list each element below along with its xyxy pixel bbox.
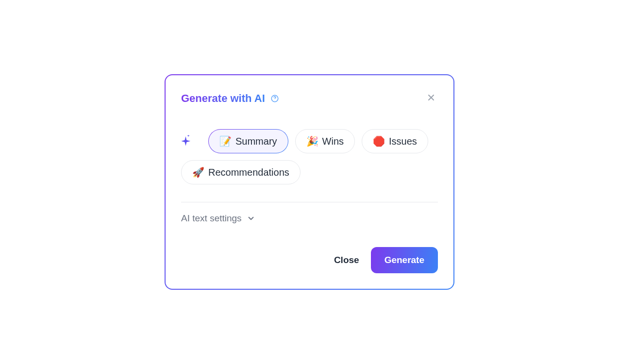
- sparkle-icon: [181, 134, 195, 148]
- chip-recommendations[interactable]: 🚀 Recommendations: [181, 160, 301, 184]
- generation-type-chips: 📝 Summary 🎉 Wins 🛑 Issues 🚀 Recommendati…: [181, 129, 438, 184]
- modal-header: Generate with AI: [181, 91, 438, 106]
- modal-title: Generate with AI: [181, 92, 265, 105]
- svg-point-1: [274, 99, 275, 100]
- modal-footer: Close Generate: [181, 247, 438, 273]
- chip-issues[interactable]: 🛑 Issues: [362, 129, 428, 153]
- stop-sign-icon: 🛑: [373, 136, 385, 146]
- chip-summary[interactable]: 📝 Summary: [208, 129, 288, 153]
- chip-label: Wins: [322, 136, 344, 146]
- generate-ai-modal: Generate with AI: [165, 74, 454, 290]
- close-button[interactable]: Close: [334, 255, 359, 265]
- rocket-icon: 🚀: [192, 167, 204, 177]
- close-icon: [426, 93, 436, 104]
- chevron-down-icon: [247, 214, 255, 223]
- help-icon[interactable]: [270, 94, 280, 103]
- close-icon-button[interactable]: [424, 91, 438, 106]
- ai-text-settings-toggle[interactable]: AI text settings: [181, 213, 438, 224]
- settings-label: AI text settings: [181, 213, 242, 224]
- divider: [181, 202, 438, 202]
- generate-button[interactable]: Generate: [371, 247, 438, 273]
- chip-label: Recommendations: [208, 167, 289, 177]
- title-group: Generate with AI: [181, 92, 280, 105]
- chip-label: Issues: [389, 136, 417, 146]
- memo-icon: 📝: [219, 136, 232, 146]
- chip-label: Summary: [235, 136, 277, 146]
- chip-wins[interactable]: 🎉 Wins: [295, 129, 355, 153]
- party-popper-icon: 🎉: [306, 136, 318, 146]
